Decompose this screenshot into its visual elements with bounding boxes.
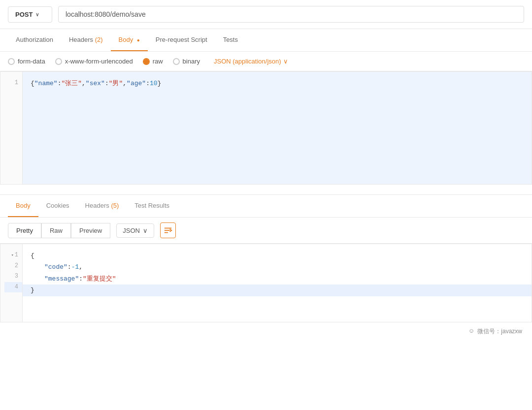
watermark: ☺ 微信号：javazxw [0,322,532,341]
response-line-numbers: ▾ 1 2 3 4 [0,244,23,322]
view-raw[interactable]: Raw [41,223,71,238]
body-options: form-data x-www-form-urlencoded raw bina… [0,52,532,71]
resp-tab-cookies[interactable]: Cookies [38,195,77,217]
resp-tab-test-results[interactable]: Test Results [127,195,177,217]
resp-line-num-2: 2 [4,261,18,272]
wrap-button[interactable] [160,222,176,238]
resp-code-line-4: } [23,284,532,296]
resp-colon-2: : [79,273,83,284]
request-code-editor[interactable]: 1 {"name": "张三", "sex": "男", "age": 10} [0,71,532,185]
line-number-1: 1 [4,78,18,89]
request-code-line-1: {"name": "张三", "sex": "男", "age": 10} [31,78,524,89]
tab-authorization[interactable]: Authorization [8,29,61,51]
url-input[interactable] [58,6,524,23]
json-val-sex: "男" [109,78,123,89]
resp-line-num-1: ▾ 1 [4,250,18,261]
tab-pre-request-script[interactable]: Pre-request Script [148,29,215,51]
request-code-content[interactable]: {"name": "张三", "sex": "男", "age": 10} [23,72,532,184]
radio-form-data[interactable] [8,58,15,65]
view-preview[interactable]: Preview [71,223,110,238]
resp-val-message: "重复提交" [83,273,116,284]
option-binary[interactable]: binary [173,58,200,65]
resp-comma-1: , [79,261,83,273]
tab-body[interactable]: Body ● [111,29,148,51]
resp-code-line-2: "code" : -1 , [31,261,524,273]
resp-close-brace: } [31,284,34,296]
url-bar: POST ∨ [0,0,532,29]
json-key-name: "name" [34,78,58,89]
radio-binary[interactable] [173,58,180,65]
view-options: Pretty Raw Preview JSON ∨ [0,218,532,244]
json-type-select[interactable]: JSON (application/json) ∨ [214,58,288,65]
option-raw[interactable]: raw [143,58,163,65]
json-comma-2: , [123,78,127,89]
tab-tests[interactable]: Tests [215,29,246,51]
json-key-age: "age" [127,78,146,89]
radio-x-www[interactable] [55,58,62,65]
app-container: POST ∨ Authorization Headers (2) Body ● … [0,0,532,410]
method-chevron-icon: ∨ [35,12,39,17]
resp-code-line-3: "message" : "重复提交" [31,273,524,284]
response-code-editor: ▾ 1 2 3 4 { "code" : -1 , "message" [0,244,532,322]
resp-code-line-1: { [31,250,524,261]
watermark-icon: ☺ [468,327,474,336]
arrow-icon-1: ▾ [11,252,13,259]
method-label: POST [15,11,33,18]
resp-val-code: -1 [71,261,79,273]
resp-open-brace: { [31,250,34,261]
resp-tab-headers[interactable]: Headers (5) [77,195,127,217]
resp-key-message: "message" [44,273,79,284]
request-tabs: Authorization Headers (2) Body ● Pre-req… [0,29,532,52]
resp-line-num-4: 4 [4,282,22,293]
response-section: Body Cookies Headers (5) Test Results Pr… [0,194,532,341]
json-key-sex: "sex" [86,78,105,89]
tab-headers[interactable]: Headers (2) [61,29,111,51]
request-line-numbers: 1 [0,72,23,184]
watermark-text: 微信号：javazxw [477,327,522,336]
method-select[interactable]: POST ∨ [8,6,52,23]
resp-line-num-3: 3 [4,271,18,282]
response-tabs: Body Cookies Headers (5) Test Results [0,195,532,218]
resp-tab-body[interactable]: Body [8,195,38,217]
format-select[interactable]: JSON ∨ [116,223,154,238]
resp-colon-1: : [67,261,71,273]
json-colon-3: : [146,78,150,89]
option-form-data[interactable]: form-data [8,58,45,65]
json-comma-1: , [82,78,86,89]
view-pretty[interactable]: Pretty [8,223,41,238]
response-code-content: { "code" : -1 , "message" : "重复提交" } [23,244,532,322]
format-chevron-icon: ∨ [143,227,148,234]
json-val-name: "张三" [61,78,82,89]
json-type-chevron-icon: ∨ [283,58,288,65]
json-colon-2: : [105,78,109,89]
json-val-age: 10 [150,78,158,89]
option-x-www-form-urlencoded[interactable]: x-www-form-urlencoded [55,58,133,65]
radio-raw[interactable] [143,58,150,65]
json-close-brace: } [158,78,162,89]
resp-key-code: "code" [44,261,67,273]
json-colon-1: : [58,78,62,89]
json-open-brace: { [31,78,34,89]
